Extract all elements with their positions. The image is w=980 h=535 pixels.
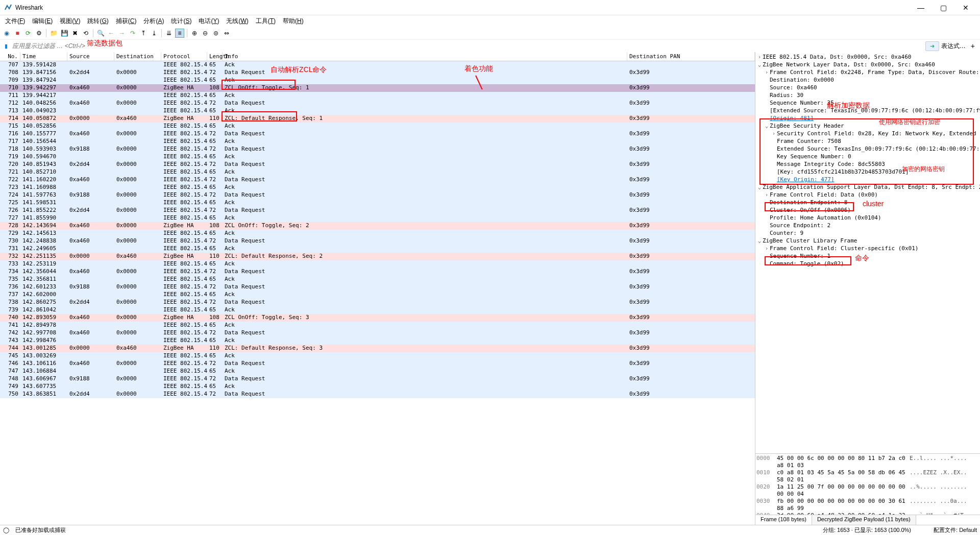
table-row[interactable]: 732142.2511350x00000xa460ZigBee HA110ZCL… bbox=[0, 253, 755, 260]
table-row[interactable]: 730142.2488380xa4600x0000IEEE 802.15.472… bbox=[0, 237, 755, 245]
table-row[interactable]: 707139.591428IEEE 802.15.465Ack bbox=[0, 61, 755, 69]
expression-button[interactable]: 表达式… bbox=[941, 42, 966, 51]
tree-node[interactable]: ⌄ZigBee Application Support Layer Data, … bbox=[756, 183, 979, 191]
col-time[interactable]: Time bbox=[20, 52, 67, 61]
table-row[interactable]: 741142.894978IEEE 802.15.465Ack bbox=[0, 322, 755, 329]
menu-编辑[interactable]: 编辑(E) bbox=[29, 16, 56, 27]
apply-filter-button[interactable]: ➜ bbox=[925, 41, 939, 51]
save-icon[interactable]: 💾 bbox=[60, 29, 69, 38]
table-row[interactable]: 708139.8471560x2dd40x0000IEEE 802.15.472… bbox=[0, 69, 755, 77]
resize-cols-icon[interactable]: ⇔ bbox=[222, 29, 231, 38]
col-no[interactable]: No. bbox=[0, 52, 20, 61]
packet-bytes[interactable]: 000045 00 00 6c 00 00 00 00 80 11 b7 2a … bbox=[755, 453, 980, 515]
forward-icon[interactable]: → bbox=[117, 29, 127, 38]
table-row[interactable]: 725141.598531IEEE 802.15.465Ack bbox=[0, 199, 755, 207]
col-proto[interactable]: Protocol bbox=[161, 52, 207, 61]
table-row[interactable]: 740142.8930590xa4600x0000ZigBee HA108ZCL… bbox=[0, 314, 755, 322]
tree-node[interactable]: Counter: 9 bbox=[756, 229, 979, 237]
tree-node[interactable]: ›Frame Control Field: Data (0x00) bbox=[756, 191, 979, 199]
col-dstpan[interactable]: Destination PAN bbox=[627, 52, 755, 61]
tree-node[interactable]: Destination Endpoint: 8 bbox=[756, 199, 979, 206]
tree-node[interactable]: Source Endpoint: 2 bbox=[756, 222, 979, 229]
table-row[interactable]: 719140.594670IEEE 802.15.465Ack bbox=[0, 153, 755, 161]
table-row[interactable]: 749143.607735IEEE 802.15.465Ack bbox=[0, 383, 755, 391]
tree-node[interactable]: [Key: cfd155fcfc2141b8b372b4853703d701] bbox=[756, 168, 979, 176]
table-row[interactable]: 734142.3560440xa4600x0000IEEE 802.15.472… bbox=[0, 268, 755, 276]
tree-node[interactable]: Extended Source: TexasIns_00:09:77:f9:6c… bbox=[756, 145, 979, 153]
tab-decrypted[interactable]: Decrypted ZigBee Payload (11 bytes) bbox=[812, 515, 916, 525]
zoom-reset-icon[interactable]: ⊜ bbox=[211, 29, 220, 38]
hex-row[interactable]: 000045 00 00 6c 00 00 00 00 80 11 b7 2a … bbox=[756, 455, 979, 469]
table-row[interactable]: 735142.356811IEEE 802.15.465Ack bbox=[0, 276, 755, 283]
tree-node[interactable]: [Origin: 481] bbox=[756, 114, 979, 122]
goto-icon[interactable]: ↷ bbox=[128, 29, 137, 38]
add-button[interactable]: + bbox=[968, 42, 978, 50]
table-row[interactable]: 743142.998476IEEE 802.15.465Ack bbox=[0, 337, 755, 345]
table-row[interactable]: 728142.1436940xa4600x0000ZigBee HA108ZCL… bbox=[0, 222, 755, 230]
table-row[interactable]: 729142.145613IEEE 802.15.465Ack bbox=[0, 230, 755, 237]
colorize-icon[interactable]: ≡ bbox=[175, 29, 184, 38]
table-row[interactable]: 716140.1557770xa4600x0000IEEE 802.15.472… bbox=[0, 130, 755, 138]
table-row[interactable]: 742142.9977080xa4600x0000IEEE 802.15.472… bbox=[0, 329, 755, 337]
tree-node[interactable]: Radius: 30 bbox=[756, 91, 979, 99]
table-row[interactable]: 744143.0012850x00000xa460ZigBee HA110ZCL… bbox=[0, 345, 755, 352]
col-src[interactable]: Source bbox=[67, 52, 114, 61]
table-row[interactable]: 709139.847924IEEE 802.15.465Ack bbox=[0, 77, 755, 84]
tree-node[interactable]: Message Integrity Code: 8dc55803 bbox=[756, 160, 979, 168]
table-row[interactable]: 750143.8638510x2dd40x0000IEEE 802.15.472… bbox=[0, 391, 755, 398]
table-row[interactable]: 733142.253119IEEE 802.15.465Ack bbox=[0, 260, 755, 268]
table-row[interactable]: 720140.8519430x2dd40x0000IEEE 802.15.472… bbox=[0, 161, 755, 168]
stop-icon[interactable]: ■ bbox=[13, 29, 22, 38]
table-row[interactable]: 746143.1061160xa4600x0000IEEE 802.15.472… bbox=[0, 360, 755, 368]
menu-跳转[interactable]: 跳转(G) bbox=[84, 16, 111, 27]
menu-分析[interactable]: 分析(A) bbox=[140, 16, 167, 27]
options-icon[interactable]: ⚙ bbox=[34, 29, 43, 38]
hex-row[interactable]: 0030fb 00 00 00 00 00 00 00 00 00 00 30 … bbox=[756, 498, 979, 512]
last-icon[interactable]: ⤓ bbox=[150, 29, 159, 38]
col-info[interactable]: Info bbox=[223, 52, 627, 61]
menu-视图[interactable]: 视图(V) bbox=[57, 16, 83, 27]
packet-details-tree[interactable]: 解析加密数据 使用网络密钥进行加密 加密的网络密钥 cluster 命令 ›IE… bbox=[755, 52, 980, 453]
tree-node[interactable]: ›Frame Control Field: Cluster-specific (… bbox=[756, 245, 979, 252]
first-icon[interactable]: ⤒ bbox=[139, 29, 148, 38]
tree-node[interactable]: Destination: 0x0000 bbox=[756, 76, 979, 84]
table-row[interactable]: 745143.003269IEEE 802.15.465Ack bbox=[0, 352, 755, 360]
tree-node[interactable]: Cluster: On/Off (0x0006) bbox=[756, 206, 979, 214]
menu-工具[interactable]: 工具(T) bbox=[253, 16, 279, 27]
hex-row[interactable]: 00201a 11 25 00 7f 00 00 00 00 00 00 00 … bbox=[756, 483, 979, 498]
tree-node[interactable]: ›IEEE 802.15.4 Data, Dst: 0x0000, Src: 0… bbox=[756, 53, 979, 61]
table-row[interactable]: 710139.9422970xa4600x0000ZigBee HA108ZCL… bbox=[0, 84, 755, 92]
tree-node[interactable]: Frame Counter: 7508 bbox=[756, 137, 979, 145]
table-row[interactable]: 727141.855990IEEE 802.15.465Ack bbox=[0, 214, 755, 222]
table-row[interactable]: 723141.160988IEEE 802.15.465Ack bbox=[0, 184, 755, 191]
table-row[interactable]: 715140.052856IEEE 802.15.465Ack bbox=[0, 123, 755, 130]
menu-帮助[interactable]: 帮助(H) bbox=[280, 16, 307, 27]
menu-电话[interactable]: 电话(Y) bbox=[195, 16, 222, 27]
table-row[interactable]: 713140.049023IEEE 802.15.465Ack bbox=[0, 107, 755, 115]
tree-node[interactable]: ›Frame Control Field: 0x2248, Frame Type… bbox=[756, 68, 979, 76]
find-icon[interactable]: 🔍 bbox=[96, 29, 105, 38]
hex-row[interactable]: 0010c0 a8 01 03 45 5a 45 5a 00 58 db 06 … bbox=[756, 469, 979, 483]
table-row[interactable]: 738142.8602750x2dd40x0000IEEE 802.15.472… bbox=[0, 299, 755, 306]
tree-node[interactable]: Profile: Home Automation (0x0104) bbox=[756, 214, 979, 222]
table-row[interactable]: 721140.852710IEEE 802.15.465Ack bbox=[0, 168, 755, 176]
packet-list[interactable]: 自动解析ZCL命令 着色功能 707139.591428IEEE 802.15.… bbox=[0, 61, 755, 525]
tree-node[interactable]: Sequence Number: 35 bbox=[756, 99, 979, 107]
tree-node[interactable]: ⌄ZigBee Cluster Library Frame bbox=[756, 237, 979, 245]
table-row[interactable]: 722141.1602200xa4600x0000IEEE 802.15.472… bbox=[0, 176, 755, 184]
tree-node[interactable]: Command: Toggle (0x02) bbox=[756, 260, 979, 268]
table-row[interactable]: 718140.5939030x91880x0000IEEE 802.15.472… bbox=[0, 145, 755, 153]
bookmark-icon[interactable]: ▮ bbox=[2, 42, 10, 50]
table-row[interactable]: 724141.5977630x91880x0000IEEE 802.15.472… bbox=[0, 191, 755, 199]
table-row[interactable]: 712140.0482560xa4600x0000IEEE 802.15.472… bbox=[0, 100, 755, 107]
col-dst[interactable]: Destination bbox=[114, 52, 161, 61]
menu-无线[interactable]: 无线(W) bbox=[223, 16, 251, 27]
table-row[interactable]: 726141.8552220x2dd40x0000IEEE 802.15.472… bbox=[0, 207, 755, 214]
tree-node[interactable]: Key Sequence Number: 0 bbox=[756, 153, 979, 160]
maximize-button[interactable]: ▢ bbox=[933, 2, 953, 14]
open-icon[interactable]: ◉ bbox=[2, 29, 11, 38]
table-row[interactable]: 717140.156544IEEE 802.15.465Ack bbox=[0, 138, 755, 145]
table-row[interactable]: 747143.106884IEEE 802.15.465Ack bbox=[0, 368, 755, 375]
menu-捕获[interactable]: 捕获(C) bbox=[113, 16, 140, 27]
table-row[interactable]: 711139.944217IEEE 802.15.465Ack bbox=[0, 92, 755, 100]
